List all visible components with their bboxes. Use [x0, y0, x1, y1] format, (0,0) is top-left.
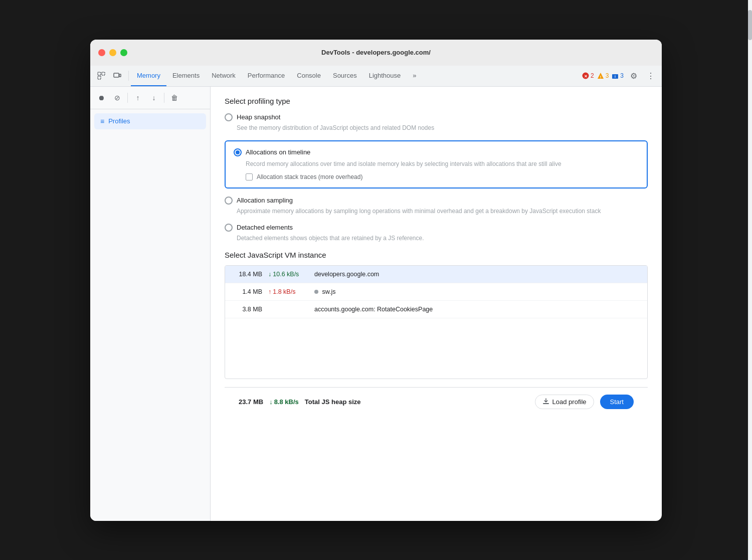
- detached-radio[interactable]: [225, 224, 233, 232]
- collect-button[interactable]: 🗑: [167, 91, 181, 105]
- tab-bar-left-icons: [94, 69, 124, 83]
- total-size: 23.7 MB: [239, 398, 263, 406]
- sidebar-item-profiles[interactable]: ≡ Profiles: [94, 113, 206, 129]
- timeline-radio-dot: [236, 150, 240, 154]
- tab-lighthouse[interactable]: Lighthouse: [363, 66, 407, 87]
- vm-rate-0: ↓ 10.6 kB/s: [268, 271, 308, 278]
- allocation-stack-traces-label[interactable]: Allocation stack traces (more overhead): [257, 173, 362, 180]
- tab-elements[interactable]: Elements: [166, 66, 206, 87]
- window-title: DevTools - developers.google.com/: [321, 49, 431, 56]
- vm-name-0: developers.google.com: [314, 271, 640, 278]
- tabs: Memory Elements Network Performance Cons…: [131, 66, 582, 87]
- svg-rect-0: [98, 72, 101, 75]
- load-profile-label: Load profile: [552, 398, 587, 406]
- record-button[interactable]: ⏺: [94, 91, 108, 105]
- svg-rect-4: [119, 74, 121, 77]
- detached-desc: Detached elements shows objects that are…: [237, 234, 648, 243]
- sidebar-toolbar: ⏺ ⊘ ↑ ↓ 🗑: [90, 87, 210, 109]
- warning-count: 3: [606, 72, 609, 79]
- divider: [128, 71, 129, 81]
- vm-section-title: Select JavaScript VM instance: [225, 251, 648, 259]
- select-profiling-title: Select profiling type: [225, 97, 648, 105]
- error-count: 2: [591, 72, 594, 79]
- stop-button[interactable]: ⊘: [110, 91, 124, 105]
- heap-snapshot-desc: See the memory distribution of JavaScrip…: [237, 123, 648, 132]
- devtools: Memory Elements Network Performance Cons…: [90, 66, 662, 521]
- info-count: 3: [620, 72, 624, 79]
- sampling-radio[interactable]: [225, 197, 233, 205]
- sidebar: ⏺ ⊘ ↑ ↓ 🗑 ≡ Profiles: [90, 87, 211, 521]
- profiles-label: Profiles: [108, 117, 130, 125]
- vm-size-1: 1.4 MB: [232, 288, 262, 295]
- load-button[interactable]: ↑: [131, 91, 145, 105]
- traffic-lights: [98, 49, 127, 56]
- detached-option: Detached elements Detached elements show…: [225, 224, 648, 243]
- vm-instances-table: 18.4 MB ↓ 10.6 kB/s developers.google.co…: [225, 265, 648, 379]
- device-icon[interactable]: [110, 69, 124, 83]
- vm-table-empty-space: [225, 318, 647, 379]
- tab-performance[interactable]: Performance: [242, 66, 291, 87]
- devtools-body: ⏺ ⊘ ↑ ↓ 🗑 ≡ Profiles Select profi: [90, 87, 662, 521]
- allocation-stack-traces-checkbox[interactable]: [246, 173, 253, 180]
- vm-name-text-1: sw.js: [322, 288, 335, 295]
- vm-rate-arrow-0: ↓: [268, 271, 271, 278]
- toolbar-divider: [127, 93, 128, 103]
- sampling-header: Allocation sampling: [225, 197, 648, 205]
- vm-size-0: 18.4 MB: [232, 271, 262, 278]
- start-button[interactable]: Start: [600, 395, 634, 409]
- vm-row-1[interactable]: 1.4 MB ↑ 1.8 kB/s sw.js: [225, 283, 647, 301]
- sampling-desc: Approximate memory allocations by sampli…: [237, 207, 648, 216]
- close-button[interactable]: [98, 49, 105, 56]
- titlebar: DevTools - developers.google.com/: [90, 40, 662, 66]
- tab-network[interactable]: Network: [206, 66, 242, 87]
- svg-text:✕: ✕: [584, 74, 587, 79]
- tab-memory[interactable]: Memory: [131, 66, 166, 87]
- vm-rate-value-0: 10.6 kB/s: [273, 271, 299, 278]
- timeline-label[interactable]: Allocations on timeline: [246, 148, 310, 156]
- svg-rect-2: [98, 76, 101, 79]
- timeline-radio[interactable]: [234, 148, 242, 156]
- tab-more[interactable]: »: [407, 66, 422, 87]
- tab-bar: Memory Elements Network Performance Cons…: [90, 66, 662, 87]
- svg-rect-1: [102, 72, 105, 75]
- devtools-window: DevTools - developers.google.com/: [90, 40, 662, 521]
- error-badge[interactable]: ✕ 2: [582, 72, 594, 79]
- svg-rect-11: [543, 403, 549, 404]
- sampling-label[interactable]: Allocation sampling: [237, 197, 293, 204]
- selector-icon[interactable]: [94, 69, 108, 83]
- sampling-option: Allocation sampling Approximate memory a…: [225, 197, 648, 216]
- allocation-stack-traces-row: Allocation stack traces (more overhead): [246, 173, 639, 180]
- total-rate-value: 8.8 kB/s: [274, 398, 299, 406]
- tab-sources[interactable]: Sources: [327, 66, 363, 87]
- warning-badge[interactable]: ! 3: [597, 72, 609, 79]
- info-badge[interactable]: i 3: [612, 72, 624, 79]
- timeline-header: Allocations on timeline: [234, 148, 639, 156]
- tab-console[interactable]: Console: [291, 66, 327, 87]
- maximize-button[interactable]: [120, 49, 127, 56]
- load-profile-button[interactable]: Load profile: [535, 395, 594, 409]
- profiles-icon: ≡: [100, 117, 104, 125]
- more-options-icon[interactable]: ⋮: [644, 69, 658, 83]
- detached-label[interactable]: Detached elements: [237, 224, 293, 231]
- total-rate: ↓ 8.8 kB/s: [269, 398, 299, 406]
- svg-rect-3: [114, 73, 119, 77]
- timeline-option-box: Allocations on timeline Record memory al…: [225, 140, 648, 189]
- settings-icon[interactable]: ⚙: [627, 69, 641, 83]
- vm-rate-1: ↑ 1.8 kB/s: [268, 288, 308, 295]
- vm-size-2: 3.8 MB: [232, 306, 262, 313]
- total-rate-arrow: ↓: [269, 398, 273, 406]
- load-icon: [542, 398, 549, 405]
- vm-row-0[interactable]: 18.4 MB ↓ 10.6 kB/s developers.google.co…: [225, 266, 647, 283]
- vm-dot-1: [314, 290, 318, 294]
- save-button[interactable]: ↓: [147, 91, 161, 105]
- vm-rate-arrow-1: ↑: [268, 288, 271, 295]
- vm-name-2: accounts.google.com: RotateCookiesPage: [314, 306, 640, 313]
- heap-snapshot-label[interactable]: Heap snapshot: [237, 113, 280, 121]
- toolbar-divider2: [164, 93, 164, 103]
- heap-snapshot-radio[interactable]: [225, 113, 233, 121]
- minimize-button[interactable]: [109, 49, 116, 56]
- vm-rate-value-1: 1.8 kB/s: [273, 288, 295, 295]
- sidebar-nav: ≡ Profiles: [90, 109, 210, 133]
- svg-text:i: i: [615, 75, 616, 78]
- vm-row-2[interactable]: 3.8 MB accounts.google.com: RotateCookie…: [225, 301, 647, 318]
